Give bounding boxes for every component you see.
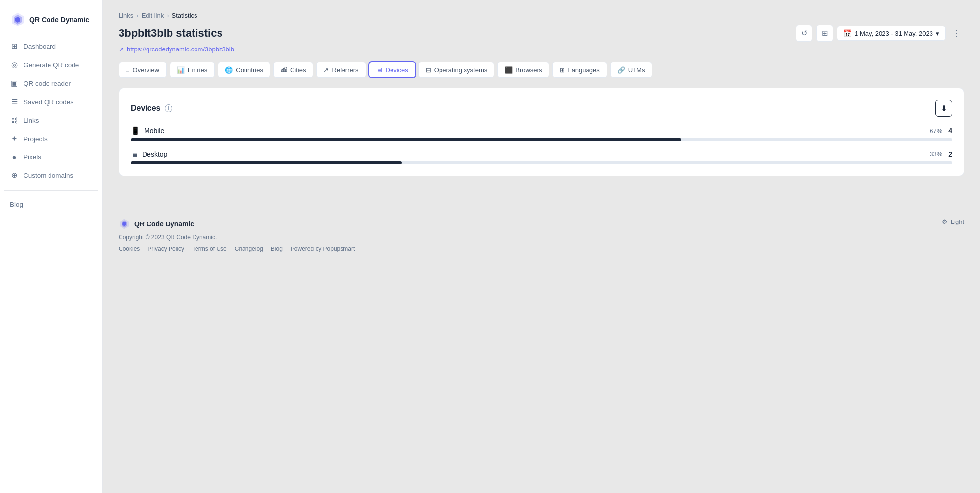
device-name-desktop: Desktop bbox=[142, 150, 167, 158]
tab-countries[interactable]: 🌐 Countries bbox=[218, 62, 270, 78]
os-tab-icon: ⊟ bbox=[426, 66, 431, 74]
breadcrumb-sep-2: › bbox=[167, 12, 169, 19]
footer-links: Cookies Privacy Policy Terms of Use Chan… bbox=[119, 246, 355, 252]
external-link-icon: ↗ bbox=[119, 46, 124, 53]
sidebar-item-label: QR code reader bbox=[24, 80, 71, 87]
tab-label: Cities bbox=[290, 66, 306, 74]
sidebar-item-saved[interactable]: ☰ Saved QR codes bbox=[4, 93, 98, 111]
sidebar-item-label: Links bbox=[24, 117, 39, 124]
tab-operating-systems[interactable]: ⊟ Operating systems bbox=[418, 62, 494, 78]
device-info-desktop: 🖥 Desktop 33% 2 bbox=[131, 150, 952, 158]
footer-link-changelog[interactable]: Changelog bbox=[235, 246, 263, 252]
sidebar-item-label: Generate QR code bbox=[24, 61, 79, 69]
theme-toggle[interactable]: ⚙ Light bbox=[942, 218, 964, 225]
sidebar-item-generate[interactable]: ◎ Generate QR code bbox=[4, 56, 98, 74]
sidebar-item-domains[interactable]: ⊕ Custom domains bbox=[4, 167, 98, 184]
calendar-icon: 📅 bbox=[843, 29, 852, 37]
sidebar-item-reader[interactable]: ▣ QR code reader bbox=[4, 74, 98, 92]
tab-devices[interactable]: 🖥 Devices bbox=[369, 62, 416, 78]
tab-label: Languages bbox=[568, 66, 599, 74]
breadcrumb-current: Statistics bbox=[172, 12, 197, 19]
reader-icon: ▣ bbox=[10, 79, 19, 88]
progress-bar-fill-mobile bbox=[131, 138, 681, 141]
sidebar-nav: ⊞ Dashboard ◎ Generate QR code ▣ QR code… bbox=[0, 37, 102, 184]
sidebar-item-blog[interactable]: Blog bbox=[0, 197, 102, 213]
footer-copyright: Copyright © 2023 QR Code Dynamic. bbox=[119, 234, 355, 241]
device-label-mobile: 📱 Mobile bbox=[131, 126, 164, 135]
url-text: https://qrcodedynamic.com/3bpblt3blb bbox=[127, 46, 234, 53]
progress-bar-fill-desktop bbox=[131, 161, 402, 164]
card-title-text: Devices bbox=[131, 104, 161, 113]
breadcrumb-edit[interactable]: Edit link bbox=[142, 12, 164, 19]
device-stats-desktop: 33% 2 bbox=[930, 150, 952, 158]
countries-tab-icon: 🌐 bbox=[225, 66, 233, 74]
refresh-button[interactable]: ↺ bbox=[796, 25, 812, 42]
page-url[interactable]: ↗ https://qrcodedynamic.com/3bpblt3blb bbox=[119, 46, 964, 53]
main-content: Links › Edit link › Statistics 3bpblt3bl… bbox=[103, 0, 980, 493]
logo-icon bbox=[10, 12, 25, 27]
sidebar-item-label: Custom domains bbox=[24, 172, 73, 179]
sidebar: QR Code Dynamic ⊞ Dashboard ◎ Generate Q… bbox=[0, 0, 103, 493]
chevron-down-icon: ▾ bbox=[936, 30, 939, 37]
tab-cities[interactable]: 🏙 Cities bbox=[273, 62, 314, 78]
sidebar-item-pixels[interactable]: ● Pixels bbox=[4, 148, 98, 166]
tab-label: UTMs bbox=[628, 66, 645, 74]
export-icon: ⊞ bbox=[822, 29, 828, 38]
device-info-mobile: 📱 Mobile 67% 4 bbox=[131, 126, 952, 135]
footer-logo: QR Code Dynamic bbox=[119, 218, 355, 230]
tab-label: Browsers bbox=[515, 66, 542, 74]
devices-tab-icon: 🖥 bbox=[376, 66, 383, 74]
desktop-icon: 🖥 bbox=[131, 150, 138, 158]
domains-icon: ⊕ bbox=[10, 171, 19, 180]
breadcrumb-links[interactable]: Links bbox=[119, 12, 133, 19]
devices-card: Devices i ⬇ 📱 Mobile 67% 4 bbox=[119, 88, 964, 176]
sidebar-item-label: Pixels bbox=[24, 153, 41, 161]
sidebar-logo[interactable]: QR Code Dynamic bbox=[0, 8, 102, 37]
info-icon[interactable]: i bbox=[165, 104, 172, 112]
footer-link-blog[interactable]: Blog bbox=[271, 246, 283, 252]
sidebar-item-links[interactable]: ⛓ Links bbox=[4, 112, 98, 129]
footer-link-terms[interactable]: Terms of Use bbox=[192, 246, 227, 252]
footer-link-privacy[interactable]: Privacy Policy bbox=[147, 246, 184, 252]
overview-tab-icon: ≡ bbox=[126, 66, 130, 74]
footer-logo-text: QR Code Dynamic bbox=[134, 220, 194, 228]
device-percent-desktop: 33% bbox=[930, 150, 942, 158]
date-range-label: 1 May, 2023 - 31 May, 2023 bbox=[855, 30, 933, 37]
tab-utms[interactable]: 🔗 UTMs bbox=[610, 62, 653, 78]
device-row-desktop: 🖥 Desktop 33% 2 bbox=[131, 150, 952, 164]
browsers-tab-icon: ⬛ bbox=[505, 66, 513, 74]
download-icon: ⬇ bbox=[941, 104, 947, 113]
page-header: 3bpblt3blb statistics ↺ ⊞ 📅 1 May, 2023 … bbox=[119, 25, 964, 42]
footer: QR Code Dynamic Copyright © 2023 QR Code… bbox=[119, 206, 964, 252]
footer-logo-icon bbox=[119, 218, 130, 230]
breadcrumb-sep-1: › bbox=[136, 12, 138, 19]
footer-left: QR Code Dynamic Copyright © 2023 QR Code… bbox=[119, 218, 355, 252]
header-actions: ↺ ⊞ 📅 1 May, 2023 - 31 May, 2023 ▾ ⋮ bbox=[796, 25, 964, 42]
more-options-button[interactable]: ⋮ bbox=[950, 26, 964, 41]
device-count-mobile: 4 bbox=[948, 127, 952, 135]
sidebar-divider bbox=[4, 190, 98, 191]
footer-link-popupsmart[interactable]: Powered by Popupsmart bbox=[291, 246, 355, 252]
utms-tab-icon: 🔗 bbox=[617, 66, 625, 74]
sidebar-item-dashboard[interactable]: ⊞ Dashboard bbox=[4, 37, 98, 55]
entries-tab-icon: 📊 bbox=[177, 66, 185, 74]
export-button[interactable]: ⊞ bbox=[816, 25, 833, 42]
footer-link-cookies[interactable]: Cookies bbox=[119, 246, 140, 252]
tab-label: Referrers bbox=[332, 66, 358, 74]
download-button[interactable]: ⬇ bbox=[935, 100, 952, 117]
stats-tabs: ≡ Overview 📊 Entries 🌐 Countries 🏙 Citie… bbox=[119, 62, 964, 78]
tab-entries[interactable]: 📊 Entries bbox=[170, 62, 215, 78]
device-stats-mobile: 67% 4 bbox=[930, 127, 952, 135]
sidebar-item-label: Dashboard bbox=[24, 43, 56, 50]
refresh-icon: ↺ bbox=[801, 29, 808, 38]
pixels-icon: ● bbox=[10, 153, 19, 161]
tab-languages[interactable]: ⊞ Languages bbox=[552, 62, 607, 78]
dashboard-icon: ⊞ bbox=[10, 42, 19, 50]
projects-icon: ✦ bbox=[10, 134, 19, 143]
generate-icon: ◎ bbox=[10, 60, 19, 69]
tab-referrers[interactable]: ↗ Referrers bbox=[316, 62, 366, 78]
sidebar-item-projects[interactable]: ✦ Projects bbox=[4, 130, 98, 148]
date-range-button[interactable]: 📅 1 May, 2023 - 31 May, 2023 ▾ bbox=[837, 26, 946, 41]
tab-overview[interactable]: ≡ Overview bbox=[119, 62, 167, 78]
tab-browsers[interactable]: ⬛ Browsers bbox=[497, 62, 549, 78]
